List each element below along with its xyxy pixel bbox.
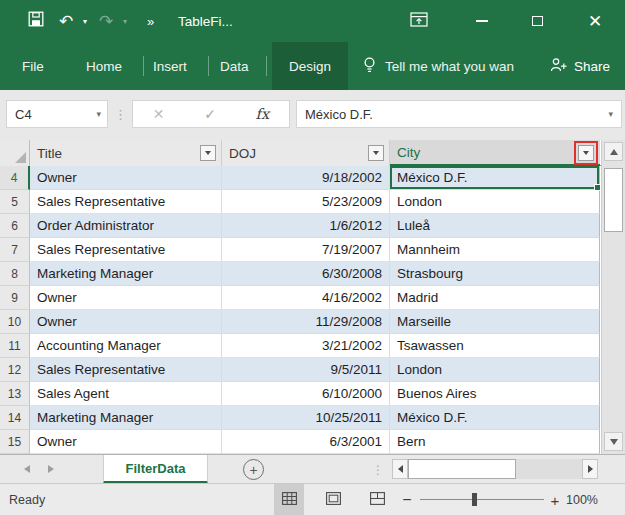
cell-doj[interactable]: 9/18/2002 <box>222 166 390 190</box>
tab-design-active[interactable]: Design <box>272 42 348 90</box>
cell-city[interactable]: Mannheim <box>390 238 600 262</box>
page-break-preview-button[interactable] <box>362 484 392 515</box>
scroll-up-button[interactable] <box>604 142 623 161</box>
sheet-tab-filterdata[interactable]: FilterData <box>103 455 208 484</box>
scroll-down-button[interactable] <box>604 432 623 451</box>
zoom-out-button[interactable]: − <box>398 484 416 515</box>
row-header[interactable]: 4 <box>0 166 30 190</box>
redo-dropdown[interactable]: ▾ <box>118 0 132 42</box>
cell-title[interactable]: Accounting Manager <box>30 334 222 358</box>
row-header[interactable]: 15 <box>0 430 30 454</box>
normal-view-button[interactable] <box>274 484 304 515</box>
row-header[interactable]: 11 <box>0 334 30 358</box>
tell-me-box[interactable]: Tell me what you wan <box>362 42 514 90</box>
worksheet-grid: Title DOJ City 4Owner9/18/2002México D.F… <box>0 140 601 454</box>
row-header[interactable]: 5 <box>0 190 30 214</box>
filter-button-city[interactable] <box>578 145 594 161</box>
cell-doj[interactable]: 6/10/2000 <box>222 382 390 406</box>
cell-city[interactable]: Luleå <box>390 214 600 238</box>
cell-city[interactable]: Tsawassen <box>390 334 600 358</box>
undo-dropdown[interactable]: ▾ <box>78 0 92 42</box>
cell-city[interactable]: México D.F. <box>390 406 600 430</box>
cell-title[interactable]: Owner <box>30 166 222 190</box>
cancel-icon[interactable]: ✕ <box>153 106 165 122</box>
cell-doj[interactable]: 9/5/2011 <box>222 358 390 382</box>
zoom-slider-thumb[interactable] <box>472 493 477 506</box>
tab-home[interactable]: Home <box>86 42 122 90</box>
tab-file[interactable]: File <box>22 42 44 90</box>
row-header[interactable]: 14 <box>0 406 30 430</box>
zoom-slider-track[interactable] <box>420 499 544 500</box>
header-doj[interactable]: DOJ <box>222 140 390 166</box>
header-city-selected[interactable]: City <box>390 140 600 166</box>
new-sheet-button[interactable]: + <box>243 459 264 480</box>
undo-button[interactable]: ↶ <box>54 0 78 42</box>
cell-doj[interactable]: 7/19/2007 <box>222 238 390 262</box>
cell-doj[interactable]: 6/30/2008 <box>222 262 390 286</box>
cell-doj[interactable]: 1/6/2012 <box>222 214 390 238</box>
zoom-level[interactable]: 100% <box>566 484 598 515</box>
row-header[interactable]: 10 <box>0 310 30 334</box>
cell-city[interactable]: México D.F. <box>390 166 600 190</box>
row-header[interactable]: 7 <box>0 238 30 262</box>
tab-insert[interactable]: Insert <box>153 42 187 90</box>
cell-city[interactable]: Buenos Aires <box>390 382 600 406</box>
qat-customize-button[interactable]: » <box>140 0 160 42</box>
minimize-button[interactable] <box>465 0 499 42</box>
cell-title[interactable]: Marketing Manager <box>30 262 222 286</box>
maximize-button[interactable] <box>520 0 554 42</box>
page-layout-view-button[interactable] <box>318 484 348 515</box>
cell-city[interactable]: Bern <box>390 430 600 454</box>
ribbon-display-options-button[interactable] <box>402 0 436 42</box>
insert-function-icon[interactable]: fx <box>256 106 270 122</box>
cell-title[interactable]: Owner <box>30 310 222 334</box>
cell-title[interactable]: Owner <box>30 430 222 454</box>
cell-city[interactable]: Marseille <box>390 310 600 334</box>
select-all-corner[interactable] <box>0 140 30 166</box>
cell-city[interactable]: Madrid <box>390 286 600 310</box>
cell-doj[interactable]: 5/23/2009 <box>222 190 390 214</box>
cell-city[interactable]: London <box>390 190 600 214</box>
zoom-in-button[interactable]: + <box>546 484 564 515</box>
cell-title[interactable]: Sales Agent <box>30 382 222 406</box>
row-header[interactable]: 12 <box>0 358 30 382</box>
name-box[interactable]: C4 ▾ <box>6 100 108 128</box>
tab-data[interactable]: Data <box>220 42 249 90</box>
enter-icon[interactable]: ✓ <box>204 106 216 122</box>
row-header[interactable]: 9 <box>0 286 30 310</box>
scroll-left-button[interactable] <box>392 459 408 479</box>
row-header[interactable]: 6 <box>0 214 30 238</box>
share-button[interactable]: Share <box>550 42 610 90</box>
cell-title[interactable]: Marketing Manager <box>30 406 222 430</box>
cell-city[interactable]: London <box>390 358 600 382</box>
cell-doj[interactable]: 10/25/2011 <box>222 406 390 430</box>
vertical-scrollbar-thumb[interactable] <box>604 168 623 232</box>
scroll-right-button[interactable] <box>582 459 598 479</box>
close-button[interactable]: ✕ <box>578 0 612 42</box>
fill-handle[interactable] <box>594 184 601 191</box>
cell-title[interactable]: Order Administrator <box>30 214 222 238</box>
cell-doj[interactable]: 6/3/2001 <box>222 430 390 454</box>
horizontal-scrollbar-thumb[interactable] <box>408 459 516 479</box>
header-title[interactable]: Title <box>30 140 222 166</box>
filter-button-title[interactable] <box>200 145 216 161</box>
cell-doj[interactable]: 4/16/2002 <box>222 286 390 310</box>
formula-bar[interactable]: México D.F. ▾ <box>296 100 622 128</box>
cell-title[interactable]: Sales Representative <box>30 358 222 382</box>
sheet-nav-right-icon[interactable] <box>48 465 54 473</box>
redo-button[interactable]: ↷ <box>94 0 118 42</box>
cell-title[interactable]: Owner <box>30 286 222 310</box>
row-header[interactable]: 8 <box>0 262 30 286</box>
table-row: 6Order Administrator1/6/2012Luleå <box>0 214 601 238</box>
cell-doj[interactable]: 11/29/2008 <box>222 310 390 334</box>
cell-city[interactable]: Strasbourg <box>390 262 600 286</box>
cell-doj[interactable]: 3/21/2002 <box>222 334 390 358</box>
cell-title[interactable]: Sales Representative <box>30 190 222 214</box>
filter-arrow-icon <box>373 151 379 155</box>
sheet-nav-left-icon[interactable] <box>24 465 30 473</box>
filter-button-doj[interactable] <box>368 145 384 161</box>
vertical-scrollbar[interactable] <box>601 140 625 454</box>
save-button[interactable] <box>22 0 50 42</box>
row-header[interactable]: 13 <box>0 382 30 406</box>
cell-title[interactable]: Sales Representative <box>30 238 222 262</box>
